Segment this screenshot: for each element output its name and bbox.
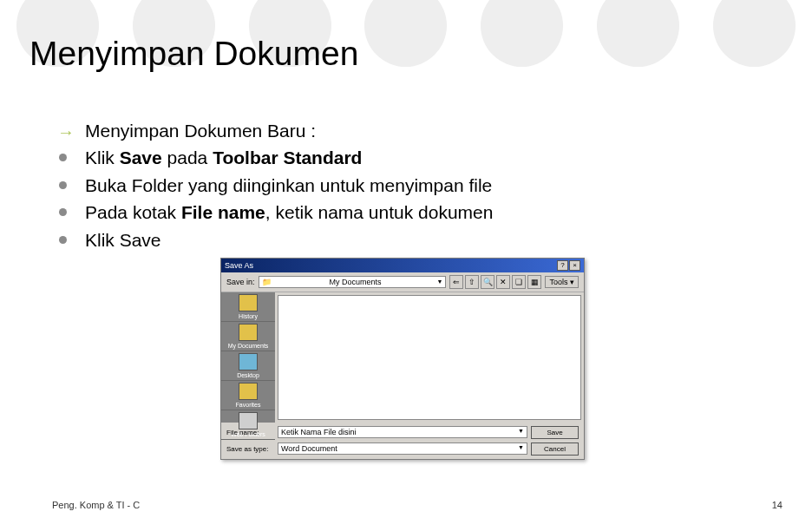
text-bold: File name <box>181 202 265 222</box>
text: Klik <box>85 148 120 167</box>
text: Klik Save <box>85 230 161 250</box>
dialog-toolbar: Save in: My Documents ▼ ⇐ ⇧ 🔍 ✕ ❏ ▦ Tool… <box>221 272 584 292</box>
place-history[interactable]: History <box>221 292 275 322</box>
footer-left: Peng. Komp & TI - C <box>52 500 140 510</box>
text-bold: Toolbar Standard <box>213 148 362 167</box>
back-icon[interactable]: ⇐ <box>449 275 463 289</box>
place-label: My Documents <box>228 343 269 349</box>
place-mydocuments[interactable]: My Documents <box>221 322 275 351</box>
places-bar: History My Documents Desktop Favorites W… <box>221 292 275 423</box>
text-bold: Save <box>120 148 162 167</box>
chevron-down-icon: ▼ <box>437 279 443 285</box>
save-button[interactable]: Save <box>531 426 579 439</box>
list-item: Klik Save pada Toolbar Standard <box>59 145 783 170</box>
dialog-body: History My Documents Desktop Favorites W… <box>221 292 584 423</box>
file-list-area[interactable] <box>278 295 581 420</box>
dialog-bottom: File name: Ketik Nama File disini ▼ Save… <box>221 423 584 459</box>
savein-combo[interactable]: My Documents ▼ <box>259 276 447 288</box>
folder-icon <box>239 383 258 400</box>
dialog-titlebar: Save As ? × <box>221 259 584 272</box>
save-button-label: Save <box>547 429 562 436</box>
savein-label: Save in: <box>226 278 255 286</box>
dialog-wrap: Save As ? × Save in: My Documents ▼ ⇐ ⇧ … <box>220 258 783 460</box>
search-icon[interactable]: 🔍 <box>481 275 494 289</box>
text: , ketik nama untuk dokumen <box>265 202 494 222</box>
toolbar-icons: ⇐ ⇧ 🔍 ✕ ❏ ▦ <box>449 275 541 289</box>
filename-label: File name: <box>226 429 274 436</box>
cancel-button[interactable]: Cancel <box>531 442 579 456</box>
list-item: Buka Folder yang diinginkan untuk menyim… <box>59 173 783 198</box>
place-label: Desktop <box>237 372 259 378</box>
web-icon <box>239 412 258 429</box>
bullet-list: Menyimpan Dokumen Baru : Klik Save pada … <box>29 118 783 252</box>
intro-text: Menyimpan Dokumen Baru : <box>85 121 316 141</box>
folder-icon <box>239 294 258 311</box>
place-favorites[interactable]: Favorites <box>221 381 275 410</box>
slide-title: Menyimpan Dokumen <box>29 35 783 73</box>
delete-icon[interactable]: ✕ <box>496 275 510 289</box>
filename-field[interactable]: Ketik Nama File disini ▼ <box>278 426 527 438</box>
newfolder-icon[interactable]: ❏ <box>512 275 526 289</box>
desktop-icon <box>239 353 258 370</box>
list-item: Pada kotak File name, ketik nama untuk d… <box>59 200 783 225</box>
titlebar-buttons: ? × <box>557 260 580 271</box>
help-button[interactable]: ? <box>557 260 568 271</box>
saveastype-value: Word Document <box>281 444 337 453</box>
slide-content: Menyimpan Dokumen Menyimpan Dokumen Baru… <box>0 0 812 460</box>
text: Pada kotak <box>85 202 181 222</box>
place-label: History <box>239 313 258 319</box>
up-icon[interactable]: ⇧ <box>465 275 479 289</box>
list-item-intro: Menyimpan Dokumen Baru : <box>59 118 783 143</box>
save-as-dialog: Save As ? × Save in: My Documents ▼ ⇐ ⇧ … <box>220 258 585 460</box>
dialog-title-text: Save As <box>225 261 253 270</box>
place-desktop[interactable]: Desktop <box>221 351 275 381</box>
savein-value: My Documents <box>330 278 382 286</box>
chevron-down-icon: ▼ <box>518 428 524 436</box>
list-item: Klik Save <box>59 227 783 252</box>
saveastype-field[interactable]: Word Document ▼ <box>278 442 527 455</box>
place-label: Favorites <box>236 402 261 408</box>
saveastype-label: Save as type: <box>226 445 274 453</box>
filename-value: Ketik Nama File disini <box>281 428 357 436</box>
page-number: 14 <box>772 500 783 510</box>
tools-menu[interactable]: Tools ▾ <box>545 276 579 288</box>
close-button[interactable]: × <box>569 260 580 271</box>
tools-label: Tools ▾ <box>549 278 574 286</box>
text: Buka Folder yang diinginkan untuk menyim… <box>85 175 492 195</box>
views-icon[interactable]: ▦ <box>527 275 541 289</box>
folder-icon <box>239 324 258 341</box>
cancel-button-label: Cancel <box>544 445 566 453</box>
text: pada <box>162 148 213 167</box>
chevron-down-icon: ▼ <box>518 444 524 453</box>
